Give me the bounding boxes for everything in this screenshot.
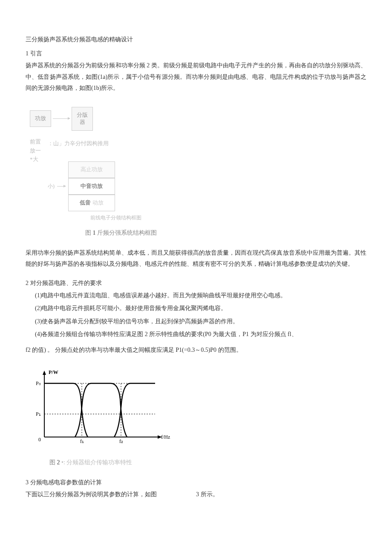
fig1-caption-post: 斤频分强系统结构框图 [96,230,157,236]
figure-1b-area: 前置放一*大 ：山」力辛分忖因构推用 小) 高止功放 中音功放 低音 动放 前线… [30,138,366,225]
fig1-caption-num: 1 [93,230,96,236]
page-title: 三分频扬声器系统分频器电感的精确设计 [26,34,366,46]
fig1b-left-text: 前置放一*大 [30,138,43,164]
fig1b-low-rest: 动放 [91,199,103,206]
fig2-caption-num: 2 [57,459,60,466]
section-1-paragraph: 扬声器系统的分频器分为前级分频和功率分频 2 类。前级分频是前级电路中由电子元件… [26,60,366,94]
fig1-caption-pre: 图 [85,230,93,236]
chart-zero: 0 [38,437,41,443]
chart-p1: P₁ [36,411,41,417]
req-item-3: (3)使各扬声器单元分配到较平坦的信号功率，且起到保护高频扬声器的作用。 [26,316,366,328]
section-3-right: 3 所示。 [179,489,219,500]
chart-p0: P₀ [36,380,41,386]
section-1-heading: 1 引言 [26,48,366,60]
arrow-right-icon [53,118,70,119]
section-1-paragraph-2: 采用功率分频的扬声器系统结构简单、成本低，而且又能获得很高的放音质量，因而在现代… [26,247,366,270]
fig2-caption-post: 分颊器组介传输功率特性 [66,459,132,466]
section-2-heading: 2 对分频器电路、元件的要求 [26,278,366,289]
chart-f1: f₁ [80,438,84,444]
fig1-sub-caption: 前线电子分领结构框图 [90,213,141,223]
fig2-caption-dot: •: [60,459,67,466]
arrow-right-icon [57,186,66,187]
section-3-heading: 3 分频电感电容参数值的计算 [26,477,366,489]
figure-1a-row: 功放 分版器 [30,107,366,131]
svg-marker-1 [43,371,46,375]
chart-xlabel: f/Hz [161,434,170,440]
fig1b-high-box: 高止功放 [68,161,115,178]
fig1b-low-box: 低音 动放 [68,195,115,211]
section-3-paragraph: 下面以三分频分频器为例说明其参数的计算，如图 3 所示。 [26,489,366,500]
req-item-4: (4)各频道分频组合传输功率特性应满足图 2 所示特性曲线的要求(P0 为最大值… [26,329,366,340]
fig1b-low-strong: 低音 [80,199,91,206]
figure-2-chart: P/W P₀ P₁ 0 f₁ f₂ f/Hz [27,365,366,454]
fig1a-right-box: 分版器 [72,107,93,131]
fig2-caption: 图 2 •: 分颊器组介传输功率特性 [49,457,366,469]
fig1b-stack-column: 高止功放 中音功放 低音 动放 [68,161,115,211]
fig2-caption-pre: 图 [49,459,57,466]
chart-ylabel: P/W [49,369,58,375]
req-item-2: (2)电路中电容元件损耗尽可能小。最好使用音频专用金属化聚丙烯电容。 [26,303,366,314]
fig1b-mid-box: 中音功放 [68,178,115,195]
chart-f2: f₂ [119,438,123,444]
fig1-main-caption: 图 1 斤频分强系统结构框图 [85,227,366,239]
fig1a-left-box: 功放 [30,110,51,127]
fig1b-stack: 小) 高止功放 中音功放 低音 动放 [48,161,141,211]
figure-1: 功放 分版器 前置放一*大 ：山」力辛分忖因构推用 小) 高止功放 中音功放 低… [26,107,366,239]
fig1b-small-label: 小) [48,181,55,191]
req-item-1: (1)电路中电感元件直流电阻、电感值误差越小越好。而且为使频响曲线平坦最好使用空… [26,290,366,302]
req-item-4b: f2 的值) 。 分频点处的功率与功率最大值之间幅度应满足 P1(=0.3～0.… [26,345,366,356]
fig1b-mid-text: ：山」力辛分忖因构推用 [48,138,141,149]
section-3-left: 下面以三分频分频器为例说明其参数的计算，如图 [26,489,179,500]
